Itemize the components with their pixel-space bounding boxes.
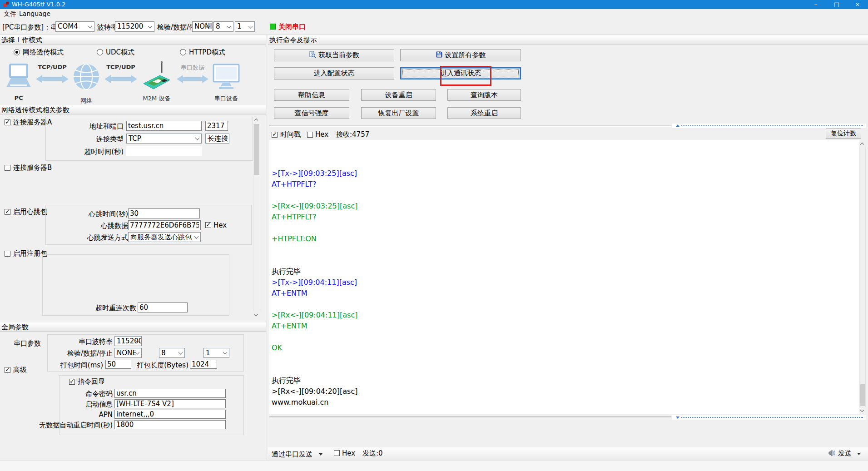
log-line: +HTPFLT:ON bbox=[272, 233, 859, 244]
restart-input[interactable] bbox=[114, 420, 226, 429]
query-signal-button[interactable]: 查信号强度 bbox=[274, 107, 349, 119]
hb-hex-checkbox[interactable] bbox=[205, 222, 211, 228]
collapse-splitter-bottom[interactable] bbox=[672, 415, 866, 420]
set-params-button[interactable]: 设置所有参数 bbox=[400, 49, 521, 61]
apn-label: APN bbox=[85, 411, 113, 419]
pack-len-input[interactable] bbox=[190, 360, 217, 369]
heartbeat-label[interactable]: 启用心跳包 bbox=[13, 208, 47, 216]
advanced-label[interactable]: 高级 bbox=[13, 366, 27, 374]
databits-combo[interactable]: 8 bbox=[213, 21, 233, 32]
splitter-groove[interactable] bbox=[269, 125, 671, 127]
system-reboot-button[interactable]: 系统重启 bbox=[447, 107, 521, 119]
hb-mode-combo[interactable]: 向服务器发送心跳包 bbox=[128, 232, 201, 242]
stopbits-combo[interactable]: 1 bbox=[235, 21, 255, 32]
pack-len-label: 打包长度(Bytes) bbox=[136, 361, 188, 370]
serial-params-label: 串口参数 bbox=[14, 339, 41, 348]
boot-msg-input[interactable] bbox=[114, 399, 226, 408]
menu-language[interactable]: Language bbox=[17, 10, 52, 17]
echo-checkbox[interactable] bbox=[69, 379, 75, 385]
server-port-input[interactable] bbox=[205, 121, 228, 131]
chevron-down-icon[interactable] bbox=[857, 453, 861, 455]
diagram-link2-label: TCP/UDP bbox=[104, 64, 138, 70]
minimize-button[interactable]: – bbox=[805, 0, 826, 9]
hb-hex-label[interactable]: Hex bbox=[213, 221, 227, 229]
radio-net-transparent-label[interactable]: 网络透传模式 bbox=[23, 48, 64, 57]
get-params-button[interactable]: 获取当前参数 bbox=[274, 49, 394, 61]
radio-udc-mode[interactable] bbox=[97, 49, 103, 55]
panel-divider[interactable] bbox=[267, 35, 267, 471]
server-a-checkbox[interactable] bbox=[5, 119, 10, 125]
monitor-icon bbox=[213, 64, 240, 93]
server-address-input[interactable] bbox=[126, 121, 202, 131]
g-baud-combo[interactable]: 115200 bbox=[114, 336, 142, 346]
help-button[interactable]: 帮助信息 bbox=[274, 89, 349, 101]
splitter-dots bbox=[681, 417, 863, 418]
log-line: AT+ENTM bbox=[272, 321, 859, 332]
log-output[interactable]: >[Tx->][09:03:25][asc]AT+HTPFLT? >[Rx<-]… bbox=[269, 140, 859, 414]
collapse-splitter-top[interactable] bbox=[672, 124, 866, 128]
enter-config-button[interactable]: 进入配置状态 bbox=[274, 67, 394, 79]
timeout-input[interactable] bbox=[126, 146, 202, 156]
server-b-label[interactable]: 连接服务器B bbox=[13, 164, 52, 172]
maximize-button[interactable]: □ bbox=[826, 0, 847, 9]
log-scrollbar[interactable] bbox=[859, 140, 866, 414]
chevron-down-icon bbox=[179, 350, 183, 355]
log-line bbox=[272, 353, 859, 364]
timestamp-checkbox[interactable] bbox=[272, 132, 278, 138]
send-hex-label[interactable]: Hex bbox=[342, 449, 355, 457]
com-port-combo[interactable]: COM4 bbox=[55, 21, 94, 32]
timestamp-label[interactable]: 时间戳 bbox=[280, 130, 301, 139]
send-hex-checkbox[interactable] bbox=[334, 450, 340, 456]
close-port-button[interactable]: 关闭串口 bbox=[278, 23, 306, 31]
radio-udc-label[interactable]: UDC模式 bbox=[106, 48, 134, 57]
g-databits-combo[interactable]: 8 bbox=[159, 348, 185, 358]
send-via-serial-dropdown[interactable]: 通过串口发送 bbox=[272, 450, 312, 459]
cmd-pwd-input[interactable] bbox=[114, 389, 226, 398]
hb-time-input[interactable] bbox=[128, 208, 200, 218]
log-scroll-up-arrow[interactable] bbox=[859, 140, 866, 147]
enter-comm-button[interactable]: 进入通讯状态 bbox=[400, 67, 521, 79]
log-hex-label[interactable]: Hex bbox=[315, 130, 328, 139]
scrollbar-thumb[interactable] bbox=[254, 124, 259, 175]
apn-input[interactable] bbox=[114, 410, 226, 419]
send-button[interactable]: 发送 bbox=[838, 449, 852, 458]
log-scrollbar-thumb[interactable] bbox=[860, 384, 865, 406]
reconnect-input[interactable] bbox=[138, 302, 188, 312]
factory-reset-button[interactable]: 恢复出厂设置 bbox=[361, 107, 436, 119]
baud-combo[interactable]: 115200 bbox=[115, 21, 154, 32]
diagram-link3-label: 串口数据 bbox=[176, 64, 209, 72]
pack-time-input[interactable] bbox=[105, 360, 131, 369]
speaker-icon bbox=[828, 450, 836, 458]
parity-combo[interactable]: NONI bbox=[192, 21, 213, 32]
device-reboot-button[interactable]: 设备重启 bbox=[361, 89, 436, 101]
server-b-checkbox[interactable] bbox=[5, 165, 10, 171]
radio-httpd-label[interactable]: HTTPD模式 bbox=[189, 48, 225, 57]
chevron-down-icon[interactable] bbox=[319, 453, 322, 456]
query-version-button[interactable]: 查询版本 bbox=[447, 89, 521, 101]
radio-httpd-mode[interactable] bbox=[180, 49, 186, 55]
hb-data-input[interactable] bbox=[128, 220, 201, 230]
log-scroll-down-arrow[interactable] bbox=[859, 407, 866, 414]
log-hex-checkbox[interactable] bbox=[307, 132, 313, 138]
close-button[interactable]: × bbox=[847, 0, 868, 9]
conn-keep-combo[interactable]: 长连接 bbox=[205, 134, 229, 144]
heartbeat-checkbox[interactable] bbox=[5, 209, 10, 215]
status-bar bbox=[0, 460, 868, 471]
register-checkbox[interactable] bbox=[5, 251, 10, 257]
collapse-up-icon bbox=[676, 124, 680, 127]
scroll-up-arrow[interactable] bbox=[253, 116, 260, 123]
diagram-m2m-label: M2M 设备 bbox=[139, 94, 175, 103]
radio-net-transparent-mode[interactable] bbox=[14, 49, 20, 55]
advanced-checkbox[interactable] bbox=[5, 367, 10, 373]
menu-file[interactable]: 文件 bbox=[2, 10, 18, 18]
conn-type-combo[interactable]: TCP bbox=[126, 134, 202, 144]
echo-label[interactable]: 指令回显 bbox=[78, 377, 105, 386]
diagram-serial-device-label: 串口设备 bbox=[210, 94, 243, 103]
scroll-down-arrow[interactable] bbox=[253, 311, 260, 318]
chevron-down-icon bbox=[148, 24, 153, 28]
g-parity-combo[interactable]: NONE bbox=[114, 348, 142, 358]
log-line bbox=[272, 244, 859, 255]
g-stopbits-combo[interactable]: 1 bbox=[203, 348, 229, 358]
splitter-groove[interactable] bbox=[269, 416, 671, 418]
reset-count-button[interactable]: 复位计数 bbox=[826, 129, 861, 139]
